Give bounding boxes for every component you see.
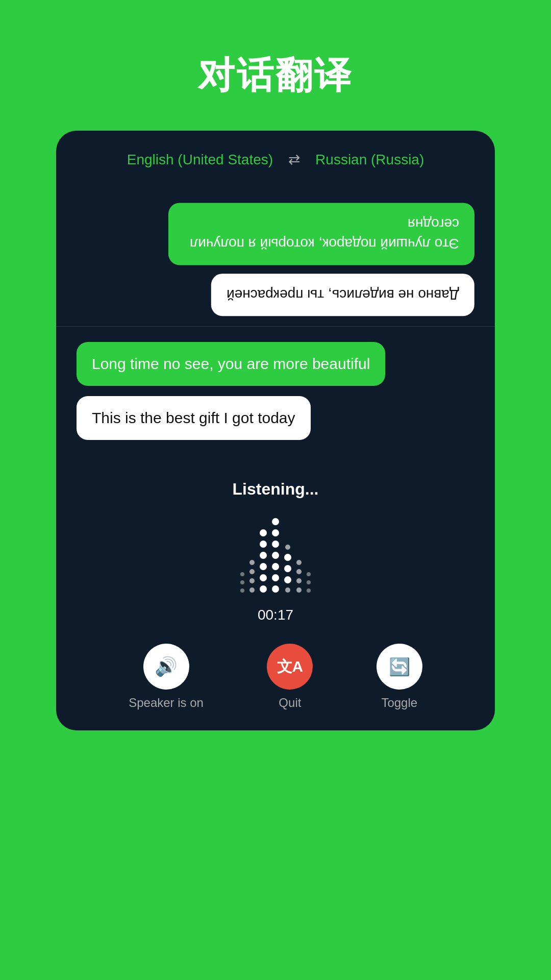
- speaker-button[interactable]: 🔊: [143, 644, 189, 690]
- waveform: [240, 511, 311, 593]
- wave-col-5: [284, 545, 291, 593]
- dot: [307, 589, 311, 593]
- timer-display: 00:17: [258, 607, 293, 623]
- dot: [260, 563, 267, 570]
- wave-col-2: [249, 560, 255, 593]
- swap-languages-icon[interactable]: ⇄: [288, 151, 300, 168]
- dot: [284, 554, 291, 561]
- dot: [285, 587, 290, 593]
- wave-col-7: [307, 572, 311, 593]
- dot: [272, 529, 279, 536]
- dot: [260, 585, 267, 593]
- flipped-message-white: Давно не виделись, ты прекрасней: [211, 274, 474, 316]
- wave-col-1: [240, 572, 244, 593]
- quit-button[interactable]: 文A: [267, 644, 313, 690]
- dot: [249, 587, 255, 593]
- toggle-icon: 🔄: [389, 656, 410, 677]
- dot: [240, 572, 244, 576]
- quit-control: 文A Quit: [267, 644, 313, 710]
- toggle-control: 🔄 Toggle: [377, 644, 422, 710]
- dot: [272, 541, 279, 548]
- dot: [249, 578, 255, 583]
- wave-col-3: [260, 529, 267, 593]
- dot: [260, 574, 267, 581]
- dot: [260, 552, 267, 559]
- speaker-icon: 🔊: [155, 656, 178, 677]
- dot: [284, 576, 291, 583]
- dot: [240, 580, 244, 584]
- target-language[interactable]: Russian (Russia): [315, 152, 424, 168]
- source-language[interactable]: English (United States): [127, 152, 273, 168]
- dot: [307, 572, 311, 576]
- dot: [249, 569, 255, 574]
- listening-section: Listening...: [56, 470, 495, 644]
- flipped-message-green: Это лучший подарок, который я получил се…: [168, 203, 474, 265]
- dot: [260, 541, 267, 548]
- chat-top-area: Это лучший подарок, который я получил се…: [56, 183, 495, 326]
- wave-col-4: [272, 518, 279, 593]
- toggle-label: Toggle: [381, 696, 417, 710]
- listening-label: Listening...: [233, 480, 319, 499]
- dot: [272, 563, 279, 570]
- speaker-control: 🔊 Speaker is on: [129, 644, 204, 710]
- chat-bottom-area: Long time no see, you are more beautiful…: [56, 327, 495, 470]
- dot: [284, 565, 291, 572]
- bottom-controls: 🔊 Speaker is on 文A Quit 🔄 Toggle: [56, 644, 495, 710]
- dot: [272, 574, 279, 581]
- dot: [285, 545, 290, 550]
- dot: [296, 578, 302, 583]
- translate-icon: 文A: [277, 656, 304, 677]
- dot: [249, 560, 255, 565]
- page-title: 对话翻译: [198, 51, 353, 100]
- dot: [272, 518, 279, 525]
- dot: [272, 552, 279, 559]
- speaker-label: Speaker is on: [129, 696, 204, 710]
- dot: [260, 529, 267, 536]
- dot: [240, 589, 244, 593]
- main-card: English (United States) ⇄ Russian (Russi…: [56, 131, 495, 730]
- dot: [296, 560, 302, 565]
- dot: [296, 569, 302, 574]
- message-green: Long time no see, you are more beautiful: [77, 342, 385, 386]
- dot: [296, 587, 302, 593]
- quit-label: Quit: [279, 696, 301, 710]
- toggle-button[interactable]: 🔄: [377, 644, 422, 690]
- language-header: English (United States) ⇄ Russian (Russi…: [56, 131, 495, 183]
- dot: [307, 580, 311, 584]
- wave-col-6: [296, 560, 302, 593]
- message-white: This is the best gift I got today: [77, 396, 311, 440]
- dot: [272, 585, 279, 593]
